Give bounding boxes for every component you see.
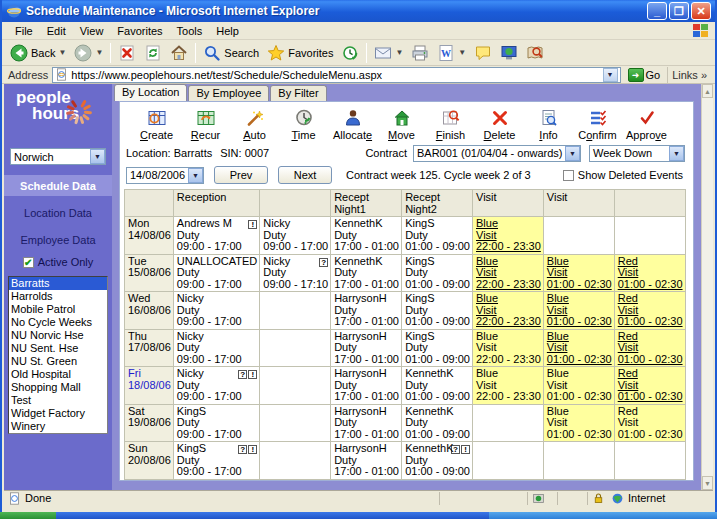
- back-button[interactable]: Back▼: [6, 42, 70, 64]
- auto-button[interactable]: Auto: [230, 108, 279, 141]
- location-list-item[interactable]: No Cycle Weeks: [9, 316, 107, 329]
- event-cell[interactable]: BlueVisit01:00 - 02:30: [543, 254, 614, 292]
- region-select[interactable]: Norwich ▼: [10, 148, 106, 165]
- event-cell[interactable]: KennethKDuty01:00 - 09:00: [402, 404, 473, 442]
- event-cell[interactable]: HarrysonHDuty17:00 - 01:00: [331, 367, 402, 405]
- menu-item-file[interactable]: File: [8, 24, 40, 38]
- view-mode-select[interactable]: Week Down ▼: [589, 145, 685, 162]
- empty-cell[interactable]: [614, 217, 685, 255]
- show-deleted-row[interactable]: Show Deleted Events: [563, 169, 683, 181]
- event-cell[interactable]: KingSDuty01:00 - 09:00: [402, 254, 473, 292]
- history-button[interactable]: [337, 42, 363, 64]
- event-cell[interactable]: BlueVisit22:00 - 23:30: [473, 367, 544, 405]
- go-button[interactable]: ➜ Go: [625, 68, 664, 82]
- event-cell[interactable]: BlueVisit01:00 - 02:30: [543, 367, 614, 405]
- empty-cell[interactable]: [614, 442, 685, 480]
- empty-cell[interactable]: [543, 217, 614, 255]
- taskbar[interactable]: [0, 512, 717, 519]
- contract-select[interactable]: BAR001 (01/04/04 - onwards) ▼: [413, 145, 581, 162]
- discuss-button[interactable]: [470, 42, 496, 64]
- event-cell[interactable]: HarrysonHDuty17:00 - 01:00: [331, 292, 402, 330]
- day-cell[interactable]: Fri18/08/06: [125, 367, 174, 405]
- start-button[interactable]: [0, 512, 56, 519]
- event-cell[interactable]: NickyDuty09:00 - 17:00: [260, 217, 331, 255]
- confirm-button[interactable]: Confirm: [573, 108, 622, 141]
- event-cell[interactable]: UNALLOCATEDDuty09:00 - 17:00: [173, 254, 259, 292]
- event-cell[interactable]: BlueVisit01:00 - 02:30: [543, 404, 614, 442]
- sidebar-item-location-data[interactable]: Location Data: [4, 202, 112, 223]
- edit-word-button[interactable]: W▼: [433, 42, 470, 64]
- time-button[interactable]: Time: [279, 108, 328, 141]
- event-cell[interactable]: ?!KingSDuty09:00 - 17:00: [173, 442, 259, 480]
- event-cell[interactable]: BlueVisit22:00 - 23:30: [473, 329, 544, 367]
- event-cell[interactable]: RedVisit01:00 - 02:30: [614, 292, 685, 330]
- location-list-item[interactable]: Mobile Patrol: [9, 303, 107, 316]
- empty-cell[interactable]: [543, 442, 614, 480]
- forward-button[interactable]: ▼: [70, 42, 107, 64]
- refresh-button[interactable]: [140, 42, 166, 64]
- links-bar[interactable]: Links »: [667, 67, 711, 83]
- menu-item-edit[interactable]: Edit: [40, 24, 73, 38]
- finish-button[interactable]: Finish: [426, 108, 475, 141]
- empty-cell[interactable]: [260, 292, 331, 330]
- empty-cell[interactable]: [473, 442, 544, 480]
- event-cell[interactable]: ?!NickyDuty09:00 - 17:00: [173, 367, 259, 405]
- event-cell[interactable]: HarrysonHDuty17:00 - 01:00: [331, 404, 402, 442]
- restore-button[interactable]: ❐: [669, 2, 689, 20]
- event-cell[interactable]: RedVisit01:00 - 02:30: [614, 404, 685, 442]
- address-dropdown-button[interactable]: ▼: [603, 68, 618, 82]
- location-list-item[interactable]: Shopping Mall: [9, 381, 107, 394]
- event-cell[interactable]: BlueVisit22:00 - 23:30: [473, 292, 544, 330]
- close-button[interactable]: ✕: [691, 2, 711, 20]
- sidebar-item-schedule-data[interactable]: Schedule Data: [4, 175, 112, 196]
- event-cell[interactable]: KingSDuty01:00 - 09:00: [402, 292, 473, 330]
- research-button[interactable]: [522, 42, 548, 64]
- empty-cell[interactable]: [260, 442, 331, 480]
- scroll-down-icon[interactable]: ▼: [702, 476, 713, 490]
- stop-button[interactable]: [114, 42, 140, 64]
- location-list-item[interactable]: Test: [9, 394, 107, 407]
- approve-button[interactable]: Approve: [622, 108, 671, 141]
- event-cell[interactable]: ?NickyDuty09:00 - 17:10: [260, 254, 331, 292]
- active-only-checkbox[interactable]: ✔: [23, 257, 34, 268]
- search-button[interactable]: Search: [199, 42, 263, 64]
- event-cell[interactable]: KennethKDuty17:00 - 01:00: [331, 217, 402, 255]
- event-cell[interactable]: KingSDuty01:00 - 09:00: [402, 329, 473, 367]
- menu-item-favorites[interactable]: Favorites: [110, 24, 169, 38]
- active-only-row[interactable]: ✔ Active Only: [4, 256, 112, 268]
- event-cell[interactable]: BlueVisit01:00 - 02:30: [543, 292, 614, 330]
- location-list-item[interactable]: NU St. Green: [9, 355, 107, 368]
- mail-button[interactable]: ▼: [370, 42, 407, 64]
- recur-button[interactable]: Recur: [181, 108, 230, 141]
- event-cell[interactable]: HarrysonHDuty17:00 - 01:00: [331, 329, 402, 367]
- menu-item-tools[interactable]: Tools: [170, 24, 210, 38]
- event-cell[interactable]: HarrysonHDuty17:00 - 01:00: [331, 442, 402, 480]
- delete-button[interactable]: Delete: [475, 108, 524, 141]
- event-cell[interactable]: KingSDuty09:00 - 17:00: [173, 404, 259, 442]
- event-cell[interactable]: NickyDuty09:00 - 17:00: [173, 292, 259, 330]
- event-cell[interactable]: BlueVisit01:00 - 02:30: [543, 329, 614, 367]
- event-cell[interactable]: KennethKDuty17:00 - 01:00: [331, 254, 402, 292]
- location-list-item[interactable]: Old Hospital: [9, 368, 107, 381]
- location-list-item[interactable]: NU Norvic Hse: [9, 329, 107, 342]
- event-cell[interactable]: !Andrews MDuty09:00 - 17:00: [173, 217, 259, 255]
- address-input[interactable]: https://www.peoplehours.net/test/Schedul…: [52, 67, 620, 83]
- allocate-button[interactable]: Allocate: [328, 108, 377, 141]
- event-cell[interactable]: RedVisit01:00 - 02:30: [614, 254, 685, 292]
- location-listbox[interactable]: BarrattsHarroldsMobile PatrolNo Cycle We…: [8, 276, 108, 434]
- location-list-item[interactable]: Widget Factory: [9, 407, 107, 420]
- scroll-up-icon[interactable]: ▲: [702, 84, 713, 98]
- info-button[interactable]: Info: [524, 108, 573, 141]
- event-cell[interactable]: BlueVisit22:00 - 23:30: [473, 217, 544, 255]
- event-cell[interactable]: NickyDuty09:00 - 17:00: [173, 329, 259, 367]
- messenger-button[interactable]: [496, 42, 522, 64]
- event-cell[interactable]: RedVisit01:00 - 02:30: [614, 367, 685, 405]
- home-button[interactable]: [166, 42, 192, 64]
- empty-cell[interactable]: [260, 329, 331, 367]
- event-cell[interactable]: RedVisit01:00 - 02:30: [614, 329, 685, 367]
- tab-by-filter[interactable]: By Filter: [270, 85, 326, 101]
- create-button[interactable]: Create: [132, 108, 181, 141]
- location-list-item[interactable]: Barratts: [9, 277, 107, 290]
- page-scrollbar[interactable]: ▲ ▼: [701, 84, 713, 490]
- prev-button[interactable]: Prev: [214, 166, 268, 184]
